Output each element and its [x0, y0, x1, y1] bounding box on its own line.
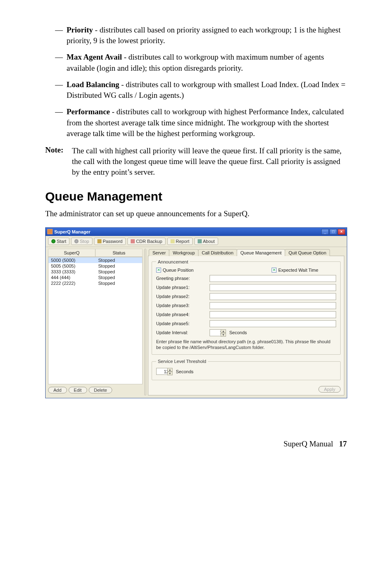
note-text: The call with highest call priority will…: [72, 146, 347, 178]
close-button[interactable]: ×: [338, 229, 345, 235]
spin-down-icon[interactable]: ▼: [167, 372, 173, 375]
add-button[interactable]: Add: [48, 387, 67, 393]
stop-button[interactable]: Stop: [71, 238, 92, 245]
tab-quit-queue-option[interactable]: Quit Queue Option: [285, 249, 330, 256]
apply-button[interactable]: Apply: [318, 386, 341, 393]
play-icon: [51, 239, 55, 243]
list-body[interactable]: 5000 (5000)Stopped 5005 (5005)Stopped 33…: [48, 257, 143, 384]
list-item[interactable]: 3333 (3333)Stopped: [48, 269, 142, 275]
window-title: SuperQ Manager: [54, 229, 90, 234]
tab-workgroup[interactable]: Workgroup: [169, 249, 198, 256]
intro-text: The administrator can set up queue annou…: [45, 209, 347, 218]
database-icon: [131, 239, 135, 243]
tab-server[interactable]: Server: [149, 249, 169, 256]
report-icon: [171, 239, 175, 243]
spin-up-icon[interactable]: ▲: [167, 368, 173, 372]
page-footer: SuperQ Manual 17: [45, 439, 347, 448]
tabs: Server Workgroup Call Distribution Queue…: [149, 249, 344, 256]
bullet-priority: — Priority - distributes call based on p…: [55, 25, 347, 46]
note: Note: The call with highest call priorit…: [45, 146, 347, 178]
update4-input[interactable]: [210, 311, 336, 318]
col-status[interactable]: Status: [95, 249, 143, 256]
update1-input[interactable]: [210, 284, 336, 291]
password-button[interactable]: Password: [94, 238, 126, 245]
edit-button[interactable]: Edit: [69, 387, 87, 393]
dash: —: [55, 25, 67, 46]
splitter[interactable]: [144, 249, 146, 396]
titlebar[interactable]: SuperQ Manager _ □ ×: [46, 228, 347, 236]
about-button[interactable]: About: [194, 238, 218, 245]
bullet-loadbal: — Load Balancing - distributes call to w…: [55, 79, 347, 101]
queue-management-panel: Announcement ✕Queue Position ✕Expected W…: [148, 256, 344, 396]
dash: —: [55, 106, 67, 139]
slt-spinner[interactable]: 120▲▼: [156, 368, 173, 375]
tab-call-distribution[interactable]: Call Distribution: [198, 249, 237, 256]
start-button[interactable]: Start: [48, 238, 69, 245]
tab-queue-management[interactable]: Queue Management: [237, 249, 285, 256]
phrase-hint: Enter phrase file name without directory…: [156, 339, 336, 351]
update1-label: Update phrase1:: [156, 285, 210, 290]
list-item[interactable]: 5005 (5005)Stopped: [48, 263, 142, 269]
bullet-perf-title: Performance: [67, 107, 110, 116]
col-superq[interactable]: SuperQ: [48, 249, 95, 256]
update2-input[interactable]: [210, 293, 336, 300]
interval-unit: Seconds: [229, 330, 247, 335]
superq-list: SuperQ Status 5000 (5000)Stopped 5005 (5…: [48, 249, 143, 396]
footer-page: 17: [339, 439, 347, 448]
bullet-maxagent-title: Max Agent Avail: [67, 53, 122, 61]
update3-label: Update phrase3:: [156, 303, 210, 308]
checkbox-icon: ✕: [272, 268, 277, 273]
section-heading: Queue Management: [45, 189, 347, 203]
note-label: Note:: [45, 146, 72, 178]
slt-unit: Seconds: [176, 369, 194, 374]
update2-label: Update phrase2:: [156, 294, 210, 299]
update4-label: Update phrase4:: [156, 312, 210, 317]
update5-input[interactable]: [210, 320, 336, 327]
bullet-priority-text: - distributes call based on priority ass…: [67, 25, 341, 45]
stop-icon: [74, 239, 78, 243]
toolbar: Start Stop Password CDR Backup Report Ab…: [46, 236, 347, 247]
bullet-perf: — Performance - distributes call to work…: [55, 106, 347, 139]
bullet-maxagent: — Max Agent Avail - distributes call to …: [55, 52, 347, 73]
minimize-button[interactable]: _: [321, 229, 329, 235]
spin-up-icon[interactable]: ▲: [221, 329, 226, 333]
info-icon: [198, 239, 202, 243]
list-item[interactable]: 5000 (5000)Stopped: [48, 257, 142, 263]
maximize-button[interactable]: □: [330, 229, 337, 235]
report-button[interactable]: Report: [167, 238, 193, 245]
greeting-input[interactable]: [210, 275, 336, 282]
greeting-label: Greeting phrase:: [156, 276, 210, 281]
interval-label: Update Interval:: [156, 330, 210, 335]
bullet-priority-title: Priority: [67, 25, 93, 34]
update5-label: Update phrase5:: [156, 321, 210, 326]
bullet-loadbal-title: Load Balancing: [67, 80, 119, 89]
interval-spinner[interactable]: 15▲▼: [210, 329, 226, 336]
key-icon: [97, 239, 101, 243]
list-item[interactable]: 444 (444)Stopped: [48, 275, 142, 280]
app-icon: [47, 229, 53, 234]
checkbox-icon: ✕: [156, 268, 161, 273]
list-item[interactable]: 2222 (2222)Stopped: [48, 280, 142, 286]
slt-legend: Service Level Threshold: [156, 359, 208, 364]
announcement-group: Announcement ✕Queue Position ✕Expected W…: [152, 259, 341, 355]
superq-manager-window: SuperQ Manager _ □ × Start Stop Password…: [45, 227, 347, 399]
delete-button[interactable]: Delete: [89, 387, 113, 393]
queue-position-checkbox[interactable]: ✕Queue Position: [156, 268, 194, 273]
announcement-legend: Announcement: [156, 259, 190, 264]
spin-down-icon[interactable]: ▼: [221, 333, 226, 337]
footer-title: SuperQ Manual: [284, 439, 333, 448]
slt-group: Service Level Threshold 120▲▼ Seconds: [152, 359, 341, 380]
expected-wait-checkbox[interactable]: ✕Expected Wait Time: [272, 268, 318, 273]
dash: —: [55, 52, 67, 73]
update3-input[interactable]: [210, 302, 336, 309]
dash: —: [55, 79, 67, 101]
cdr-backup-button[interactable]: CDR Backup: [127, 238, 166, 245]
